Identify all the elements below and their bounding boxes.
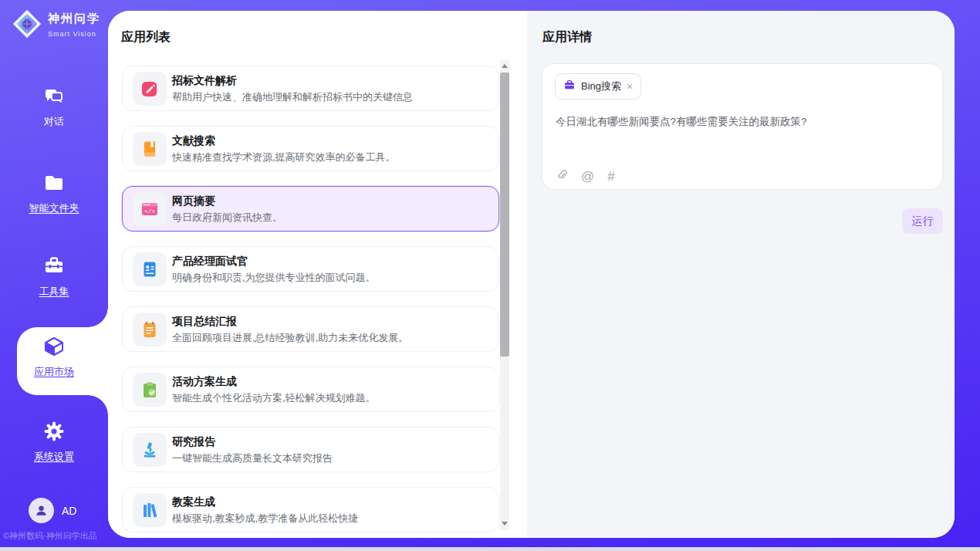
sidebar-item-label: 工具集 — [0, 285, 108, 299]
chat-icon — [42, 85, 66, 108]
cube-icon — [42, 335, 66, 358]
sidebar: 神州问学 Smart Vision 对话 — [0, 0, 108, 547]
app-card-title: 项目总结汇报 — [172, 315, 237, 329]
sidebar-item-chat[interactable]: 对话 — [0, 85, 108, 129]
sidebar-item-smart-folders[interactable]: 智能文件夹 — [0, 171, 108, 215]
at-icon[interactable]: @ — [581, 170, 594, 183]
tool-tag-close-icon[interactable]: × — [627, 81, 633, 92]
prompt-card: Bing搜索 × 今日湖北有哪些新闻要点?有哪些需要关注的最新政策? @ # — [542, 63, 943, 190]
research-microscope-icon — [133, 433, 167, 467]
app-card-description: 快速精准查找学术资源,提高研究效率的必备工具。 — [172, 150, 396, 164]
sidebar-item-label: 应用市场 — [0, 365, 108, 379]
user-avatar-icon — [34, 503, 49, 518]
brand-name: 神州问学 — [48, 12, 100, 25]
briefcase-icon — [563, 79, 576, 94]
app-card-webpage-summary[interactable]: </> 网页摘要 每日政府新闻资讯快查。 — [122, 186, 499, 232]
hash-icon[interactable]: # — [607, 170, 614, 183]
app-card-title: 文献搜索 — [172, 134, 215, 148]
scrollbar-down-arrow-icon[interactable] — [502, 522, 508, 526]
scrollbar-up-arrow-icon[interactable] — [502, 64, 508, 68]
svg-text:</>: </> — [144, 208, 155, 215]
app-card-description: 全面回顾项目进展,总结经验教训,助力未来优化发展。 — [172, 331, 408, 345]
user-account[interactable]: AD — [29, 498, 76, 523]
app-card-description: 明确身份和职责,为您提供专业性的面试问题。 — [172, 271, 376, 285]
prompt-input[interactable]: 今日湖北有哪些新闻要点?有哪些需要关注的最新政策? — [556, 115, 931, 129]
app-detail-panel: 应用详情 Bing搜索 × 今日湖北有哪些新闻要点?有哪些需要关注的最新政策? — [527, 11, 955, 538]
literature-book-icon — [133, 132, 167, 166]
tender-edit-icon — [133, 72, 167, 106]
sidebar-footer: ©神州数码·神州问学出品 — [3, 530, 106, 542]
interviewer-doc-icon — [133, 252, 167, 286]
app-list-panel: 应用列表 招标文件解析 帮助用户快速、准确地理解和解析招标书中的关键信息 — [108, 11, 527, 538]
app-card-activity-plan[interactable]: 活动方案生成 智能生成个性化活动方案,轻松解决规划难题。 — [122, 367, 499, 412]
activity-clipboard-icon — [133, 373, 167, 407]
app-detail-title: 应用详情 — [542, 29, 592, 46]
webpage-code-icon: </> — [133, 192, 167, 226]
app-card-literature-search[interactable]: 文献搜索 快速精准查找学术资源,提高研究效率的必备工具。 — [122, 126, 499, 171]
bottom-strip — [0, 547, 980, 551]
app-card-research-report[interactable]: 研究报告 一键智能生成高质量长文本研究报告 — [122, 427, 499, 472]
app-card-project-summary[interactable]: 项目总结汇报 全面回顾项目进展,总结经验教训,助力未来优化发展。 — [122, 306, 499, 352]
folder-icon — [42, 171, 66, 194]
gear-icon — [42, 420, 66, 443]
app-card-title: 教案生成 — [172, 495, 215, 509]
lesson-books-icon — [133, 493, 167, 527]
app-card-title: 网页摘要 — [172, 194, 215, 208]
app-card-lesson-plan[interactable]: 教案生成 模板驱动,教案秒成,教学准备从此轻松快捷 — [122, 487, 499, 532]
list-scrollbar[interactable] — [500, 60, 509, 529]
app-card-pm-interviewer[interactable]: 产品经理面试官 明确身份和职责,为您提供专业性的面试问题。 — [122, 246, 499, 292]
tool-tag-label: Bing搜索 — [581, 79, 621, 93]
app-card-title: 活动方案生成 — [172, 375, 237, 389]
nav-active-blob-fillet-top — [88, 307, 108, 327]
app-list-title: 应用列表 — [121, 29, 171, 46]
run-button[interactable]: 运行 — [902, 208, 943, 234]
app-card-title: 招标文件解析 — [172, 74, 237, 88]
sidebar-item-app-market[interactable]: 应用市场 — [0, 335, 108, 379]
sidebar-item-settings[interactable]: 系统设置 — [0, 420, 108, 464]
user-initials: AD — [62, 505, 76, 517]
app-card-list: 招标文件解析 帮助用户快速、准确地理解和解析招标书中的关键信息 文献搜索 快速精… — [122, 66, 499, 538]
sidebar-item-toolset[interactable]: 工具集 — [0, 255, 108, 299]
scrollbar-thumb[interactable] — [500, 73, 509, 357]
avatar — [29, 498, 54, 523]
app-card-description: 模板驱动,教案秒成,教学准备从此轻松快捷 — [172, 512, 358, 526]
app-card-description: 智能生成个性化活动方案,轻松解决规划难题。 — [172, 391, 376, 405]
sidebar-item-label: 对话 — [0, 115, 108, 129]
tool-tag-bing-search[interactable]: Bing搜索 × — [555, 73, 641, 100]
brand-logo: 神州问学 Smart Vision — [11, 8, 108, 43]
app-card-description: 每日政府新闻资讯快查。 — [172, 211, 282, 225]
main-content: 应用列表 招标文件解析 帮助用户快速、准确地理解和解析招标书中的关键信息 — [108, 11, 955, 538]
app-card-description: 帮助用户快速、准确地理解和解析招标书中的关键信息 — [172, 90, 413, 104]
report-notepad-icon — [133, 313, 167, 346]
app-card-tender-analysis[interactable]: 招标文件解析 帮助用户快速、准确地理解和解析招标书中的关键信息 — [122, 66, 499, 111]
app-card-title: 研究报告 — [172, 435, 215, 449]
attachment-toolbar: @ # — [556, 167, 615, 184]
brand-subtitle: Smart Vision — [48, 30, 96, 38]
nav-active-blob-fillet-bottom — [88, 395, 108, 415]
toolbox-icon — [42, 255, 66, 278]
app-frame: 神州问学 Smart Vision 对话 — [0, 0, 980, 547]
sidebar-item-label: 系统设置 — [0, 450, 108, 464]
app-card-title: 产品经理面试官 — [172, 255, 248, 269]
diamond-logo-icon — [11, 8, 43, 43]
sidebar-item-label: 智能文件夹 — [0, 201, 108, 215]
paperclip-icon[interactable] — [556, 167, 568, 184]
app-card-description: 一键智能生成高质量长文本研究报告 — [172, 451, 333, 465]
